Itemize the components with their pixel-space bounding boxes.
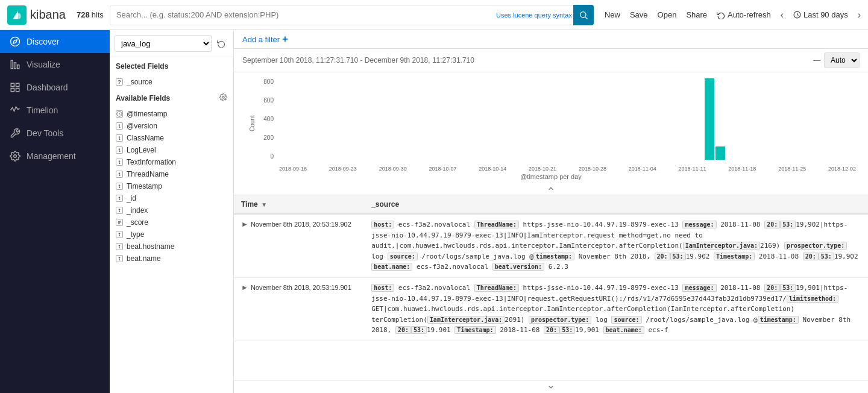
field-type-badge: t — [116, 231, 123, 238]
svg-marker-5 — [13, 40, 17, 43]
field-type-badge: t — [116, 146, 123, 154]
svg-rect-9 — [11, 83, 14, 86]
field-type-badge — [116, 110, 123, 118]
field-item[interactable]: @timestamp — [110, 108, 233, 120]
svg-point-13 — [14, 155, 17, 158]
chart-y-axis: 8006004002000 — [258, 78, 276, 160]
open-button[interactable]: Open — [658, 10, 677, 19]
time-range-display: September 10th 2018, 11:27:31.710 - Dece… — [242, 56, 474, 64]
scroll-up-button[interactable] — [234, 183, 868, 195]
field-name: LogLevel — [127, 146, 156, 154]
field-list: @timestampt@versiontClassNametLogLeveltT… — [110, 108, 233, 265]
nav-prev-button[interactable]: ‹ — [781, 10, 784, 20]
table-row: ►November 8th 2018, 20:53:19.901host: ec… — [234, 277, 868, 341]
field-item[interactable]: t_index — [110, 204, 233, 216]
field-name: beat.hostname — [127, 242, 174, 251]
share-button[interactable]: Share — [686, 10, 707, 19]
svg-rect-10 — [16, 83, 19, 86]
field-item[interactable]: tClassName — [110, 132, 233, 144]
dashboard-icon — [10, 82, 20, 93]
field-name: Timestamp — [127, 182, 162, 190]
compass-icon — [10, 36, 20, 47]
timelion-icon — [10, 105, 20, 116]
row-expand-arrow[interactable]: ► — [241, 220, 248, 228]
svg-point-0 — [17, 13, 21, 19]
auto-interval-select[interactable]: Auto — [824, 52, 860, 68]
chart-x-label: 2018-11-18 — [728, 166, 756, 172]
row-source: host: ecs-f3a2.novalocal ThreadName: htt… — [364, 277, 868, 341]
field-item[interactable]: t_type — [110, 228, 233, 241]
timelion-label: Timelion — [27, 105, 58, 115]
management-icon — [10, 151, 20, 162]
available-fields-gear-button[interactable] — [219, 93, 227, 103]
sidebar-item-dashboard[interactable]: Dashboard — [0, 76, 110, 99]
nav-next-button[interactable]: › — [858, 10, 861, 20]
index-selector: java_log — [110, 30, 233, 57]
field-name: @timestamp — [127, 110, 168, 118]
time-range-bar: September 10th 2018, 11:27:31.710 - Dece… — [234, 49, 868, 72]
field-item[interactable]: t@version — [110, 120, 233, 132]
field-item[interactable]: #_score — [110, 216, 233, 228]
row-expand-arrow[interactable]: ► — [241, 283, 248, 292]
svg-rect-12 — [11, 89, 14, 92]
results-area: Time ▼ _source ►November 8th 2018, 20:53… — [234, 195, 868, 380]
table-row: ►November 8th 2018, 20:53:19.902host: ec… — [234, 214, 868, 277]
field-name: @version — [127, 122, 157, 130]
selected-field-source: ? _source — [110, 75, 233, 89]
field-item[interactable]: tTextInformation — [110, 156, 233, 168]
field-type-badge: t — [116, 183, 123, 190]
svg-point-1 — [580, 11, 586, 17]
chart-x-label: 2018-10-28 — [579, 166, 606, 172]
time-column-header[interactable]: Time ▼ — [234, 195, 364, 214]
save-button[interactable]: Save — [630, 10, 648, 19]
discover-label: Discover — [27, 37, 59, 46]
field-item[interactable]: tLogLevel — [110, 144, 233, 156]
field-type-badge: t — [116, 171, 123, 178]
hits-count: 728 — [77, 10, 90, 19]
index-select[interactable]: java_log — [115, 35, 212, 52]
lucene-hint[interactable]: Uses lucene query syntax — [496, 11, 572, 19]
chart-x-label: 2018-11-04 — [629, 166, 656, 172]
field-item[interactable]: t_id — [110, 192, 233, 204]
auto-refresh-button[interactable]: Auto-refresh — [717, 10, 771, 19]
source-type-badge: ? — [116, 78, 123, 86]
visualize-label: Visualize — [27, 60, 60, 69]
field-name: ThreadName — [127, 170, 169, 178]
field-type-badge: t — [116, 122, 123, 130]
svg-point-14 — [222, 96, 224, 98]
add-filter-button[interactable]: Add a filter + — [242, 34, 288, 45]
chart-bar — [705, 78, 714, 160]
chart-x-label: 2018-09-23 — [329, 166, 357, 172]
field-name: _score — [127, 218, 148, 227]
sidebar-item-management[interactable]: Management — [0, 145, 110, 168]
sidebar-item-visualize[interactable]: Visualize — [0, 53, 110, 76]
field-type-badge: t — [116, 255, 123, 262]
field-item[interactable]: tTimestamp — [110, 180, 233, 192]
available-fields-header: Available Fields — [116, 94, 170, 102]
source-column-header: _source — [364, 195, 868, 214]
field-type-badge: # — [116, 219, 123, 226]
sidebar-item-timelion[interactable]: Timelion — [0, 99, 110, 122]
results-table: Time ▼ _source ►November 8th 2018, 20:53… — [234, 195, 868, 341]
sidebar-item-devtools[interactable]: Dev Tools — [0, 122, 110, 145]
field-name: _id — [127, 194, 136, 203]
field-type-badge: t — [116, 159, 123, 166]
chart-x-label: 2018-11-11 — [679, 166, 706, 172]
new-button[interactable]: New — [605, 10, 620, 19]
field-item[interactable]: tThreadName — [110, 168, 233, 180]
search-button[interactable] — [573, 5, 594, 25]
fields-sidebar: java_log Selected Fields ? _source Avail… — [110, 30, 234, 393]
field-item[interactable]: tbeat.name — [110, 253, 233, 265]
source-field-name: _source — [127, 78, 153, 86]
chart-x-axis: 2018-09-162018-09-232018-09-302018-10-07… — [279, 166, 856, 172]
sidebar-item-discover[interactable]: Discover — [0, 30, 110, 53]
chart-x-label: 2018-09-30 — [379, 166, 407, 172]
search-container: Uses lucene query syntax — [110, 5, 594, 25]
hits-display: 728 hits — [77, 10, 104, 19]
chart-area: Count 8006004002000 2018-09-162018-09-23… — [234, 72, 868, 183]
index-refresh-button[interactable] — [214, 36, 228, 51]
time-range-button[interactable]: Last 90 days — [793, 10, 848, 19]
field-item[interactable]: tbeat.hostname — [110, 241, 233, 253]
scroll-down-button[interactable] — [234, 380, 868, 393]
left-sidebar: Discover Visualize Dashboard Timelion De… — [0, 30, 110, 393]
